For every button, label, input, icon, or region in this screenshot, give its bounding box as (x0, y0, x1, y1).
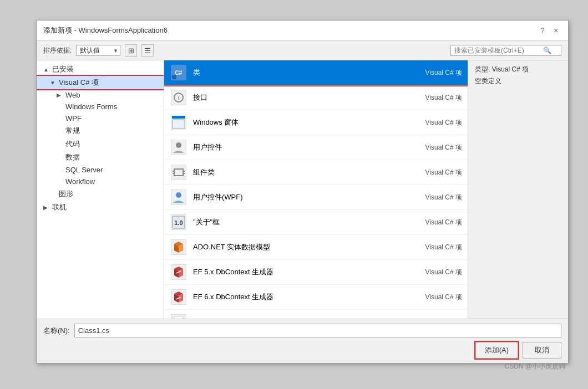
installed-label: 已安装 (52, 64, 74, 74)
wpf-label: WPF (65, 114, 82, 122)
svg-rect-2 (172, 75, 176, 79)
close-button[interactable]: × (550, 25, 561, 36)
dialog-title: 添加新项 - WindowsFormsApplication6 (43, 25, 168, 35)
watermark: CSDN @小小虎虎狗 (504, 362, 565, 371)
sidebar-item-windows-forms[interactable]: Windows Forms (37, 101, 164, 112)
user-control-wpf-category: Visual C# 项 (418, 193, 462, 202)
sidebar-item-sql-server[interactable]: SQL Server (37, 164, 164, 176)
component-icon (170, 163, 187, 181)
installed-arrow: ▲ (43, 66, 50, 73)
list-item-windows-form[interactable]: Windows 窗体 Visual C# 项 (164, 110, 468, 135)
type-row: 类型: Visual C# 项 (475, 65, 561, 74)
cancel-button[interactable]: 取消 (523, 342, 561, 359)
dialog-wrapper: 添加新项 - WindowsFormsApplication6 ? × 排序依据… (19, 14, 569, 375)
main-dialog: 添加新项 - WindowsFormsApplication6 ? × 排序依据… (36, 20, 569, 364)
list-item-interface[interactable]: I 接口 Visual C# 项 (164, 85, 468, 110)
sidebar-item-installed[interactable]: ▲ 已安装 (37, 63, 164, 76)
list-item-ef6[interactable]: EF 6.x DbContext 生成器 Visual C# 项 (164, 285, 468, 310)
sidebar-item-workflow[interactable]: Workflow (37, 176, 164, 187)
windows-forms-label: Windows Forms (65, 103, 117, 111)
svg-rect-8 (173, 120, 185, 129)
svg-point-18 (176, 192, 181, 198)
class-name: 类 (193, 68, 412, 78)
user-control-wpf-name: 用户控件(WPF) (193, 192, 412, 202)
toolbar: 排序依据: 默认值 名称 类型 ▼ ⊞ ☰ 🔍 (37, 41, 568, 60)
sidebar-item-graphics[interactable]: 图形 (37, 187, 164, 201)
list-item-ef5[interactable]: EF 5.x DbContext 生成器 Visual C# 项 (164, 260, 468, 285)
grid-view-button[interactable]: ⊞ (125, 44, 137, 57)
item-list: C# 类 Visual C# 项 I (164, 60, 468, 319)
windows-form-name: Windows 窗体 (193, 117, 412, 127)
svg-rect-16 (183, 173, 185, 174)
web-arrow: ▶ (57, 92, 63, 98)
list-item-class[interactable]: C# 类 Visual C# 项 (164, 60, 468, 85)
svg-text:1.0: 1.0 (174, 219, 183, 226)
list-item-component[interactable]: 组件类 Visual C# 项 (164, 160, 468, 185)
sidebar-item-normal[interactable]: 常规 (37, 124, 164, 137)
user-control-wpf-icon (170, 188, 187, 206)
help-button[interactable]: ? (537, 25, 548, 36)
list-item-user-control[interactable]: 用户控件 Visual C# 项 (164, 135, 468, 160)
search-icon: 🔍 (543, 47, 551, 54)
online-label: 联机 (52, 202, 67, 212)
web-label: Web (65, 91, 80, 99)
search-input[interactable] (454, 47, 543, 54)
interface-icon: I (170, 89, 187, 106)
user-control-category: Visual C# 项 (418, 143, 462, 152)
sidebar-item-web[interactable]: ▶ Web (37, 89, 164, 101)
svg-rect-13 (173, 171, 175, 172)
add-button[interactable]: 添加(A) (475, 342, 518, 359)
interface-category: Visual C# 项 (418, 93, 462, 103)
list-view-button[interactable]: ☰ (141, 44, 154, 57)
about-box-category: Visual C# 项 (418, 218, 462, 227)
ef5-category: Visual C# 项 (418, 268, 462, 277)
title-bar-buttons: ? × (537, 25, 561, 36)
normal-label: 常规 (65, 126, 80, 136)
ef5-name: EF 5.x DbContext 生成器 (193, 267, 412, 277)
sidebar-item-wpf[interactable]: WPF (37, 112, 164, 124)
sort-select[interactable]: 默认值 名称 类型 (76, 45, 120, 56)
about-box-icon: 1.0 (170, 213, 187, 231)
list-item-about-box[interactable]: 1.0 "关于"框 Visual C# 项 (164, 210, 468, 235)
class-category: Visual C# 项 (418, 68, 462, 78)
svg-point-10 (176, 142, 181, 148)
name-row: 名称(N): (43, 324, 561, 337)
sort-select-wrapper: 默认值 名称 类型 ▼ (76, 45, 120, 56)
ef6-name: EF 6.x DbContext 生成器 (193, 292, 412, 302)
data-label: 数据 (65, 152, 80, 162)
sidebar-item-online[interactable]: ▶ 联机 (37, 201, 164, 214)
code-label: 代码 (65, 139, 80, 149)
online-arrow: ▶ (43, 204, 50, 211)
visual-cs-label: Visual C# 项 (59, 78, 99, 88)
component-name: 组件类 (193, 167, 412, 177)
list-item-user-control-wpf[interactable]: 用户控件(WPF) Visual C# 项 (164, 185, 468, 210)
svg-text:I: I (178, 95, 180, 101)
list-item-adonet[interactable]: ADO.NET 实体数据模型 Visual C# 项 (164, 235, 468, 260)
component-category: Visual C# 项 (418, 168, 462, 177)
visual-cs-arrow: ▼ (50, 80, 57, 86)
main-area: ▲ 已安装 ▼ Visual C# 项 ▶ Web Windows Forms (37, 60, 568, 319)
search-box: 🔍 (450, 45, 561, 56)
svg-rect-7 (172, 116, 185, 119)
svg-rect-15 (183, 171, 185, 172)
svg-rect-11 (171, 165, 186, 180)
type-label: 类型: (475, 65, 490, 73)
desc-row: 空类定义 (475, 76, 561, 86)
list-item-html[interactable]: HTML 页 Visual C# 项 (164, 310, 468, 319)
title-bar: 添加新项 - WindowsFormsApplication6 ? × (37, 21, 568, 41)
name-input[interactable] (74, 324, 561, 337)
sidebar-item-data[interactable]: 数据 (37, 151, 164, 164)
workflow-label: Workflow (65, 177, 95, 186)
type-value: Visual C# 项 (492, 65, 529, 73)
bottom-area: 名称(N): 添加(A) 取消 (37, 319, 568, 363)
windows-form-category: Visual C# 项 (418, 118, 462, 127)
sidebar-item-code[interactable]: 代码 (37, 137, 164, 151)
sidebar: ▲ 已安装 ▼ Visual C# 项 ▶ Web Windows Forms (37, 60, 164, 319)
adonet-name: ADO.NET 实体数据模型 (193, 242, 412, 252)
sidebar-item-visual-cs[interactable]: ▼ Visual C# 项 (37, 76, 164, 89)
adonet-category: Visual C# 项 (418, 243, 462, 252)
svg-rect-14 (173, 173, 175, 174)
about-box-name: "关于"框 (193, 217, 412, 227)
user-control-icon (170, 139, 187, 156)
ef6-icon (170, 288, 187, 306)
